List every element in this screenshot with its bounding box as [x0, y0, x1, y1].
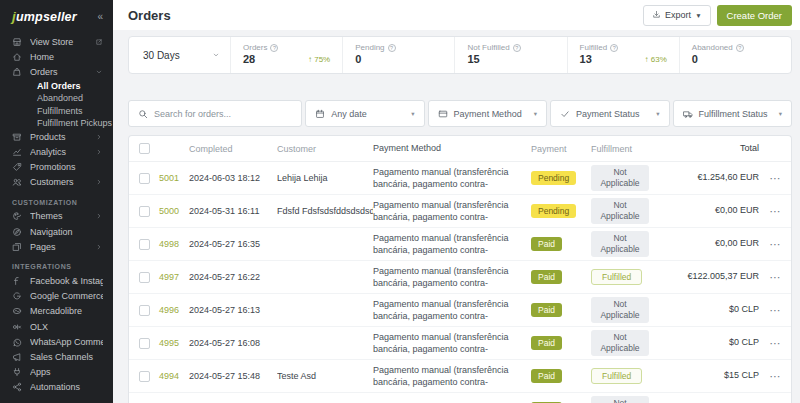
export-button[interactable]: Export ▼ — [643, 5, 710, 26]
column-header-customer: Customer — [277, 144, 373, 154]
sidebar-item-sales-channels[interactable]: Sales Channels — [0, 349, 113, 364]
row-actions-menu[interactable]: ⋯ — [759, 370, 791, 383]
row-checkbox[interactable] — [139, 173, 150, 184]
sidebar-item-mercadolibre[interactable]: Mercadolibre — [0, 304, 113, 319]
sidebar-item-themes[interactable]: Themes — [0, 209, 113, 224]
fulfillment-status-badge: Not Applicable — [591, 297, 649, 323]
sidebar-item-label: Facebook & Instagram — [30, 276, 103, 286]
facebook-icon — [12, 276, 22, 286]
home-icon — [12, 52, 22, 62]
row-checkbox-cell — [129, 239, 159, 250]
stat-label-text: Orders — [243, 43, 267, 52]
sidebar-subitem-fulfillments[interactable]: Fulfillments — [0, 104, 113, 116]
row-actions-menu[interactable]: ⋯ — [759, 304, 791, 317]
order-completed-date: 2024-05-27 16:13 — [189, 305, 277, 315]
row-actions-menu[interactable]: ⋯ — [759, 271, 791, 284]
row-checkbox[interactable] — [139, 272, 150, 283]
row-checkbox[interactable] — [139, 305, 150, 316]
row-actions-menu[interactable]: ⋯ — [759, 337, 791, 350]
row-checkbox[interactable] — [139, 239, 150, 250]
sidebar-item-customers[interactable]: Customers — [0, 175, 113, 190]
filter-payment-status[interactable]: Payment Status▾ — [550, 100, 669, 127]
order-number-link[interactable]: 4994 — [159, 371, 189, 381]
order-number-link[interactable]: 4998 — [159, 239, 189, 249]
filters-row: Any date▾Payment Method▾Payment Status▾F… — [128, 100, 792, 127]
stat-label: Pending? — [355, 43, 442, 52]
sidebar-item-label: Navigation — [30, 227, 103, 237]
sidebar-item-label: Sales Channels — [30, 352, 103, 362]
stat-line: 15 — [467, 53, 554, 65]
filter-fulfillment-status[interactable]: Fulfillment Status▾ — [673, 100, 792, 127]
sidebar-collapse-icon[interactable]: « — [97, 11, 103, 22]
payment-status-badge: Paid — [531, 237, 562, 251]
sidebar-item-google-commerce[interactable]: Google Commerce — [0, 289, 113, 304]
stat-not-fulfilled: Not Fulfilled?15 — [455, 37, 567, 73]
order-number-link[interactable]: 4995 — [159, 338, 189, 348]
create-order-button[interactable]: Create Order — [717, 5, 792, 26]
table-row: 49982024-05-27 16:35Pagamento manual (tr… — [129, 228, 791, 261]
order-payment-method: Pagamento manual (transferência bancária… — [373, 265, 531, 290]
sidebar-item-whatsapp-commerce[interactable]: WhatsApp Commerce — [0, 334, 113, 349]
order-completed-date: 2024-05-27 16:08 — [189, 338, 277, 348]
stat-orders: Orders?28↑ 75% — [231, 37, 343, 73]
row-checkbox-cell — [129, 206, 159, 217]
filter-payment-method[interactable]: Payment Method▾ — [428, 100, 547, 127]
sidebar-item-orders[interactable]: Orders — [0, 64, 113, 79]
bag-icon — [12, 67, 22, 77]
order-number-link[interactable]: 4996 — [159, 305, 189, 315]
payment-status-badge: Paid — [531, 369, 562, 383]
order-number-link[interactable]: 5001 — [159, 173, 189, 183]
row-checkbox[interactable] — [139, 371, 150, 382]
sidebar-item-automations[interactable]: Automations — [0, 380, 113, 395]
order-number-link[interactable]: 4997 — [159, 272, 189, 282]
row-checkbox[interactable] — [139, 206, 150, 217]
sidebar-item-label: Themes — [30, 211, 88, 221]
row-actions-menu[interactable]: ⋯ — [759, 205, 791, 218]
sidebar-item-facebook-instagram[interactable]: Facebook & Instagram — [0, 273, 113, 288]
header-checkbox-cell — [129, 143, 159, 154]
fulfillment-status-badge: Fulfilled — [591, 269, 642, 285]
chevron-right-icon — [95, 243, 103, 251]
sidebar-item-pages[interactable]: Pages — [0, 239, 113, 254]
sidebar-subitem-all-orders[interactable]: All Orders — [0, 80, 113, 92]
sidebar-item-view-store[interactable]: View Store — [0, 34, 113, 49]
sidebar-item-promotions[interactable]: Promotions — [0, 160, 113, 175]
order-fulfillment-cell: Fulfilled — [591, 368, 673, 384]
table-row: PaidNot Applicable — [129, 393, 791, 403]
sidebar-item-navigation[interactable]: Navigation — [0, 224, 113, 239]
sidebar-item-label: Customers — [30, 177, 88, 187]
sidebar-subitem-abandoned[interactable]: Abandoned — [0, 92, 113, 104]
period-selector[interactable]: 30 Days — [129, 37, 231, 73]
table-row: 49942024-05-27 15:48Teste AsdPagamento m… — [129, 360, 791, 393]
external-link-icon — [95, 38, 103, 46]
sidebar-item-apps[interactable]: Apps — [0, 365, 113, 380]
sidebar-item-analytics[interactable]: Analytics — [0, 144, 113, 159]
plug-icon — [12, 367, 22, 377]
stat-value: 13 — [580, 53, 592, 65]
stat-delta: ↑ 75% — [308, 55, 330, 64]
filter-label: Any date — [331, 109, 367, 119]
jumpseller-logo[interactable]: jumpseller — [12, 9, 77, 24]
table-body: 50012024-06-03 18:12Lehija LehijaPagamen… — [129, 162, 791, 403]
sidebar-item-home[interactable]: Home — [0, 49, 113, 64]
chevron-down-icon: ▾ — [656, 110, 659, 118]
mercadolibre-icon — [12, 306, 22, 316]
select-all-checkbox[interactable] — [139, 143, 150, 154]
column-header-fulfillment: Fulfillment — [591, 144, 673, 154]
orders-search[interactable] — [128, 100, 302, 127]
sidebar-item-products[interactable]: Products — [0, 129, 113, 144]
search-input[interactable] — [154, 109, 292, 119]
sidebar-subitem-fulfillment-pickups[interactable]: Fulfillment Pickups — [0, 117, 113, 129]
chevron-down-icon: ▾ — [411, 110, 414, 118]
order-payment-method: Pagamento manual (transferência bancária… — [373, 364, 531, 389]
stat-label-text: Abandoned — [692, 43, 733, 52]
megaphone-icon-wrap — [12, 352, 23, 362]
mercadolibre-icon-wrap — [12, 306, 23, 316]
row-actions-menu[interactable]: ⋯ — [759, 238, 791, 251]
filter-any-date[interactable]: Any date▾ — [305, 100, 424, 127]
order-number-link[interactable]: 5000 — [159, 206, 189, 216]
row-actions-menu[interactable]: ⋯ — [759, 172, 791, 185]
sidebar-item-olx[interactable]: OLX — [0, 319, 113, 334]
row-checkbox[interactable] — [139, 338, 150, 349]
stat-label: Abandoned? — [692, 43, 779, 52]
